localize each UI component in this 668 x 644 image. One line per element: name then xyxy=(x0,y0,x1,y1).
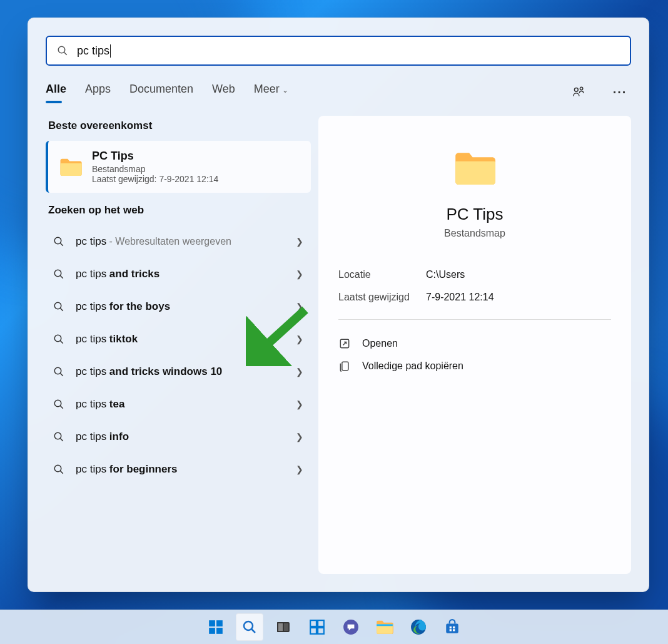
svg-line-7 xyxy=(60,275,63,279)
search-icon xyxy=(53,431,64,442)
svg-line-28 xyxy=(251,629,255,633)
meta-modified-value: 7-9-2021 12:14 xyxy=(426,292,494,303)
svg-line-13 xyxy=(60,373,63,376)
svg-point-27 xyxy=(244,621,253,630)
chevron-down-icon: ⌄ xyxy=(282,86,288,95)
results-column: Beste overeenkomst PC Tips Bestandsmap L… xyxy=(46,116,311,574)
web-result-4[interactable]: pc tips and tricks windows 10❯ xyxy=(46,355,311,388)
svg-rect-32 xyxy=(318,620,324,626)
svg-point-0 xyxy=(58,46,65,53)
svg-rect-30 xyxy=(278,623,283,631)
tab-alle[interactable]: Alle xyxy=(46,83,66,102)
meta-location-value: C:\Users xyxy=(426,269,465,280)
taskbar-task-view[interactable] xyxy=(270,613,297,641)
folder-icon xyxy=(59,158,82,176)
web-result-text: pc tips tea xyxy=(76,398,296,411)
tab-meer[interactable]: Meer⌄ xyxy=(254,83,288,102)
more-options-icon[interactable]: ··· xyxy=(609,81,631,103)
svg-rect-34 xyxy=(318,628,324,634)
svg-rect-25 xyxy=(209,628,215,634)
svg-line-9 xyxy=(60,308,63,311)
taskbar-edge[interactable] xyxy=(405,613,432,641)
search-icon xyxy=(53,301,64,312)
svg-rect-41 xyxy=(450,629,452,631)
svg-rect-42 xyxy=(453,629,455,631)
svg-point-8 xyxy=(54,302,61,309)
web-result-3[interactable]: pc tips tiktok❯ xyxy=(46,323,311,355)
action-open-label: Openen xyxy=(362,338,398,349)
svg-point-16 xyxy=(54,432,61,439)
chevron-right-icon: ❯ xyxy=(296,237,303,247)
svg-point-4 xyxy=(54,237,61,244)
best-match-modified: Laatst gewijzigd: 7-9-2021 12:14 xyxy=(92,174,218,184)
action-copy-path-label: Volledige pad kopiëren xyxy=(362,360,463,372)
web-result-text: pc tips - Webresultaten weergeven xyxy=(76,235,296,248)
chevron-right-icon: ❯ xyxy=(296,334,303,344)
chevron-right-icon: ❯ xyxy=(296,269,303,279)
filter-tabs: Alle Apps Documenten Web Meer⌄ ··· xyxy=(28,66,649,103)
best-match-title: PC Tips xyxy=(92,150,218,163)
svg-point-10 xyxy=(54,335,61,342)
web-result-2[interactable]: pc tips for the boys❯ xyxy=(46,290,311,323)
svg-rect-40 xyxy=(453,626,455,628)
svg-rect-26 xyxy=(216,628,223,634)
taskbar-search[interactable] xyxy=(236,613,263,641)
svg-line-19 xyxy=(60,471,63,474)
search-icon xyxy=(53,464,64,475)
taskbar-start[interactable] xyxy=(202,613,230,641)
section-best-match-header: Beste overeenkomst xyxy=(48,120,311,132)
svg-point-14 xyxy=(54,400,61,407)
chevron-right-icon: ❯ xyxy=(296,432,303,442)
svg-rect-36 xyxy=(377,624,393,626)
taskbar xyxy=(0,610,668,644)
web-result-text: pc tips for beginners xyxy=(76,463,296,476)
web-result-6[interactable]: pc tips info❯ xyxy=(46,421,311,453)
web-result-text: pc tips for the boys xyxy=(76,300,296,313)
web-result-text: pc tips info xyxy=(76,431,296,443)
open-icon xyxy=(338,337,351,350)
taskbar-chat[interactable] xyxy=(337,613,365,641)
chevron-right-icon: ❯ xyxy=(296,399,303,409)
search-icon xyxy=(53,399,64,410)
taskbar-widgets[interactable] xyxy=(303,613,331,641)
chevron-right-icon: ❯ xyxy=(296,367,303,377)
search-icon xyxy=(53,268,64,280)
meta-modified-label: Laatst gewijzigd xyxy=(338,292,426,303)
signin-icon[interactable] xyxy=(567,81,590,103)
tab-apps[interactable]: Apps xyxy=(85,83,111,102)
chevron-right-icon: ❯ xyxy=(296,464,303,474)
web-result-7[interactable]: pc tips for beginners❯ xyxy=(46,453,311,486)
web-result-0[interactable]: pc tips - Webresultaten weergeven❯ xyxy=(46,225,311,258)
meta-location-label: Locatie xyxy=(338,269,426,280)
detail-title: PC Tips xyxy=(446,205,503,224)
tab-documenten[interactable]: Documenten xyxy=(129,83,193,102)
web-result-5[interactable]: pc tips tea❯ xyxy=(46,388,311,421)
svg-rect-24 xyxy=(216,620,223,626)
taskbar-file-explorer[interactable] xyxy=(371,613,398,641)
action-copy-path[interactable]: Volledige pad kopiëren xyxy=(338,355,611,377)
tab-web[interactable]: Web xyxy=(212,83,235,102)
svg-line-5 xyxy=(60,243,63,246)
svg-point-3 xyxy=(580,87,582,89)
svg-rect-31 xyxy=(310,620,316,626)
action-open[interactable]: Openen xyxy=(338,332,611,355)
search-icon xyxy=(53,334,64,345)
svg-point-6 xyxy=(54,270,61,277)
svg-line-17 xyxy=(60,438,63,441)
search-input[interactable]: pc tips xyxy=(77,44,111,58)
svg-line-1 xyxy=(64,52,67,55)
folder-icon-large xyxy=(453,151,497,186)
svg-rect-38 xyxy=(446,624,458,633)
search-bar[interactable]: pc tips xyxy=(46,36,631,66)
chevron-right-icon: ❯ xyxy=(296,302,303,312)
copy-icon xyxy=(338,360,351,372)
svg-rect-22 xyxy=(342,362,348,370)
detail-type: Bestandsmap xyxy=(444,228,505,239)
web-result-text: pc tips and tricks windows 10 xyxy=(76,365,296,378)
web-result-1[interactable]: pc tips and tricks❯ xyxy=(46,258,311,290)
best-match-result[interactable]: PC Tips Bestandsmap Laatst gewijzigd: 7-… xyxy=(46,141,311,193)
best-match-type: Bestandsmap xyxy=(92,164,218,174)
search-icon xyxy=(53,366,64,377)
section-web-header: Zoeken op het web xyxy=(48,204,311,217)
taskbar-store[interactable] xyxy=(438,613,466,641)
